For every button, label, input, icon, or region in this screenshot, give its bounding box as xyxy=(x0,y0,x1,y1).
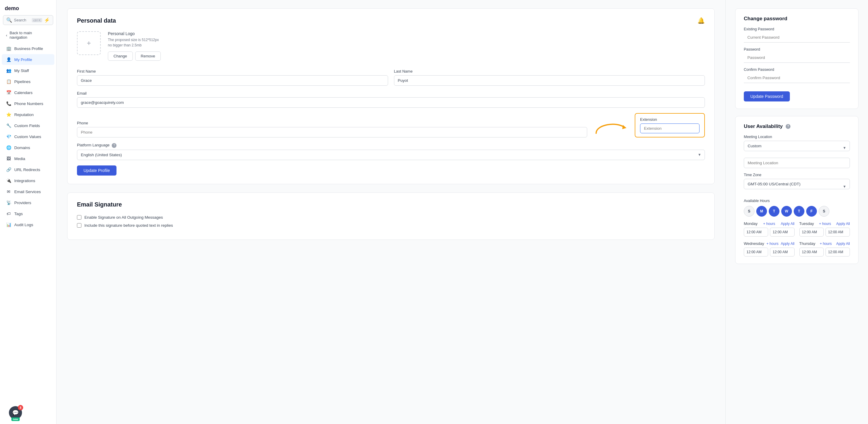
apply-all-link-tuesday[interactable]: Apply All xyxy=(836,222,850,226)
hours-to-tuesday[interactable]: 12:00 AM xyxy=(826,228,850,236)
day-button-W[interactable]: W xyxy=(781,206,792,217)
sidebar-item-custom-values[interactable]: 💎Custom Values xyxy=(2,131,54,142)
platform-language-help-icon[interactable]: ? xyxy=(112,143,117,148)
sidebar: demo 🔍 Search ctrl K ⚡ ‹ Back to main na… xyxy=(0,0,57,424)
sidebar-item-label: Calendars xyxy=(14,90,33,95)
sidebar-item-my-staff[interactable]: 👥My Staff xyxy=(2,65,54,76)
svg-marker-0 xyxy=(622,125,626,129)
change-password-card: Change password Existing Password Passwo… xyxy=(735,8,859,109)
logo-upload-placeholder[interactable]: + xyxy=(77,31,101,55)
sidebar-item-url-redirects[interactable]: 🔗URL Redirects xyxy=(2,164,54,175)
update-password-button[interactable]: Update Password xyxy=(744,91,790,102)
chat-widget[interactable]: 💬 8 new xyxy=(9,406,22,419)
remove-logo-button[interactable]: Remove xyxy=(135,52,161,61)
sidebar-item-label: Integrations xyxy=(14,178,35,183)
business-profile-icon: 🏢 xyxy=(6,46,11,51)
day-button-S[interactable]: S xyxy=(744,206,754,217)
integrations-icon: 🔌 xyxy=(6,178,11,183)
sidebar-item-email-services[interactable]: ✉Email Services xyxy=(2,186,54,197)
meeting-location-select[interactable]: Custom xyxy=(744,141,850,151)
sidebar-item-tags[interactable]: 🏷Tags xyxy=(2,208,54,219)
day-button-S2[interactable]: S xyxy=(819,206,829,217)
day-buttons-row: SMTWTFS xyxy=(744,206,850,217)
sidebar-item-reputation[interactable]: ⭐Reputation xyxy=(2,109,54,120)
email-signature-title: Email Signature xyxy=(77,201,705,208)
day-button-F[interactable]: F xyxy=(806,206,817,217)
change-logo-button[interactable]: Change xyxy=(108,52,133,61)
include-quoted-checkbox[interactable] xyxy=(77,223,82,228)
hours-group-tuesday: Tuesday + hours Apply All 12:00 AM 12:00… xyxy=(799,221,850,236)
timezone-select-wrapper: GMT-05:00 US/Central (CDT) ▼ xyxy=(744,179,850,194)
extension-input[interactable] xyxy=(640,123,700,133)
tags-icon: 🏷 xyxy=(6,211,11,216)
update-profile-button[interactable]: Update Profile xyxy=(77,165,117,175)
first-name-input[interactable] xyxy=(77,75,388,86)
sidebar-item-media[interactable]: 🖼Media xyxy=(2,153,54,164)
sidebar-item-integrations[interactable]: 🔌Integrations xyxy=(2,175,54,186)
plus-hours-link-tuesday[interactable]: + hours xyxy=(819,222,831,226)
confirm-password-input[interactable] xyxy=(744,73,850,83)
back-to-main-nav[interactable]: ‹ Back to main navigation xyxy=(2,28,54,42)
hours-group-thursday: Thursday + hours Apply All 12:00 AM 12:0… xyxy=(799,241,850,256)
search-bar[interactable]: 🔍 Search ctrl K ⚡ xyxy=(3,15,53,25)
timezone-select[interactable]: GMT-05:00 US/Central (CDT) xyxy=(744,179,850,189)
first-name-label: First Name xyxy=(77,69,388,74)
hours-from-thursday[interactable]: 12:00 AM xyxy=(799,248,824,256)
back-arrow-icon: ‹ xyxy=(6,33,7,37)
sidebar-item-phone-numbers[interactable]: 📞Phone Numbers xyxy=(2,98,54,109)
day-button-M[interactable]: M xyxy=(756,206,767,217)
sidebar-item-providers[interactable]: 📡Providers xyxy=(2,197,54,208)
hours-day-name-tuesday: Tuesday xyxy=(799,221,814,226)
apply-all-link-thursday[interactable]: Apply All xyxy=(836,242,850,246)
hours-from-tuesday[interactable]: 12:00 AM xyxy=(799,228,824,236)
plus-hours-link-wednesday[interactable]: + hours xyxy=(766,242,778,246)
apply-all-link-monday[interactable]: Apply All xyxy=(781,222,794,226)
sidebar-item-calendars[interactable]: 📅Calendars xyxy=(2,87,54,98)
plus-hours-link-monday[interactable]: + hours xyxy=(763,222,775,226)
last-name-input[interactable] xyxy=(394,75,705,86)
day-button-T2[interactable]: T xyxy=(794,206,804,217)
hours-to-wednesday[interactable]: 12:00 AM xyxy=(770,248,794,256)
hours-to-thursday[interactable]: 12:00 AM xyxy=(826,248,850,256)
right-panel: Change password Existing Password Passwo… xyxy=(725,0,868,424)
password-input[interactable] xyxy=(744,53,850,63)
phone-extension-row: Phone Extension xyxy=(77,113,705,138)
sidebar-item-my-profile[interactable]: 👤My Profile xyxy=(2,54,54,65)
day-button-T[interactable]: T xyxy=(769,206,779,217)
meeting-location-select-wrapper: Custom ▼ xyxy=(744,141,850,155)
calendars-icon: 📅 xyxy=(6,90,11,95)
sidebar-item-pipelines[interactable]: 📋Pipelines xyxy=(2,76,54,87)
availability-help-icon[interactable]: ? xyxy=(786,124,790,129)
sidebar-item-label: Email Services xyxy=(14,190,41,194)
enable-signature-checkbox[interactable] xyxy=(77,215,82,220)
existing-password-input[interactable] xyxy=(744,32,850,43)
hours-from-monday[interactable]: 12:00 AM xyxy=(744,228,768,236)
email-services-icon: ✉ xyxy=(6,189,11,194)
email-input[interactable] xyxy=(77,97,705,108)
back-label: Back to main navigation xyxy=(9,31,50,39)
phone-numbers-icon: 📞 xyxy=(6,101,11,106)
media-icon: 🖼 xyxy=(6,156,11,161)
platform-language-select[interactable]: English (United States) xyxy=(77,150,705,160)
sidebar-item-custom-fields[interactable]: 🔧Custom Fields xyxy=(2,120,54,131)
email-label: Email xyxy=(77,91,705,95)
sidebar-item-business-profile[interactable]: 🏢Business Profile xyxy=(2,43,54,54)
hours-from-wednesday[interactable]: 12:00 AM xyxy=(744,248,768,256)
phone-extension-container: Phone Extension xyxy=(77,113,705,138)
meeting-location-input[interactable] xyxy=(744,158,850,168)
hours-day-name-monday: Monday xyxy=(744,221,757,226)
apply-all-link-wednesday[interactable]: Apply All xyxy=(781,242,794,246)
sidebar-item-label: Providers xyxy=(14,201,31,205)
enable-signature-label: Enable Signature on All Outgoing Message… xyxy=(84,215,163,220)
search-shortcut: ctrl K xyxy=(32,18,42,22)
lightning-icon: ⚡ xyxy=(44,17,50,23)
hours-to-monday[interactable]: 12:00 AM xyxy=(770,228,794,236)
sidebar-item-domains[interactable]: 🌐Domains xyxy=(2,142,54,153)
sidebar-item-audit-logs[interactable]: 📊Audit Logs xyxy=(2,219,54,230)
plus-hours-link-thursday[interactable]: + hours xyxy=(820,242,832,246)
url-redirects-icon: 🔗 xyxy=(6,167,11,172)
notification-bell-icon[interactable]: 🔔 xyxy=(698,17,705,24)
sidebar-item-label: Media xyxy=(14,157,25,161)
name-row: First Name Last Name xyxy=(77,69,705,86)
phone-input[interactable] xyxy=(77,127,587,138)
